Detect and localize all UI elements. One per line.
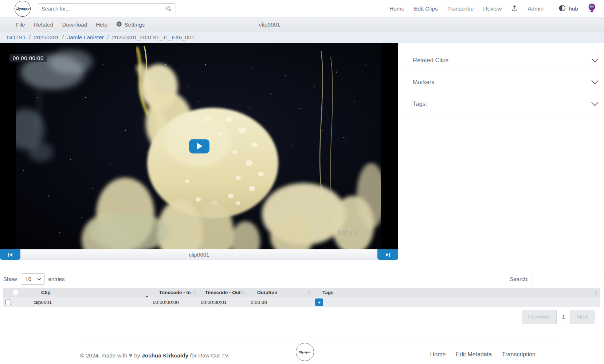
user-avatar[interactable]	[588, 3, 596, 14]
sort-icon	[193, 290, 196, 295]
table-search-input[interactable]	[531, 274, 600, 284]
column-header-timecode-out-label: Timecode - Out	[205, 290, 240, 295]
footer-links: Home Edit Metadata Transcription	[430, 351, 536, 358]
add-tag-button[interactable]: +	[315, 298, 323, 306]
column-header-timecode-in-label: Timecode - In	[159, 290, 191, 295]
breadcrumb-link-person[interactable]: Jamie Lanister	[67, 34, 104, 41]
nav-link-admin[interactable]: Admin	[527, 5, 544, 12]
cell-timecode-in: 00:00:00:00	[151, 297, 199, 307]
table-header-row: Clip Timecode - In Timecode - Out Durati…	[3, 288, 600, 297]
theme-toggle-icon[interactable]	[559, 5, 566, 13]
player-caption: clip0001	[189, 252, 209, 258]
hub-label[interactable]: hub	[569, 5, 578, 12]
breadcrumb-current: 20250201_GOTS1_JL_FX6_001	[112, 34, 195, 41]
clip-title: clip0001	[259, 21, 280, 28]
play-button[interactable]	[189, 139, 209, 153]
search-icon[interactable]	[166, 6, 172, 13]
pagination-group: Previous 1 Next	[522, 310, 595, 324]
video-player[interactable]: fish.us 00:00:00:00	[0, 43, 398, 249]
entries-label: entries	[48, 276, 65, 282]
upload-icon[interactable]	[511, 5, 518, 13]
cell-duration: 0:00:30	[247, 297, 313, 307]
page-number-button[interactable]: 1	[556, 310, 571, 324]
nav-link-edit-clips[interactable]: Edit Clips	[414, 5, 438, 12]
footer-author-link[interactable]: Joshua Kirkcaldy	[142, 352, 188, 359]
page-size-value: 10	[26, 276, 32, 282]
clips-table: Clip Timecode - In Timecode - Out Durati…	[3, 288, 600, 307]
accordion-tags-label: Tags:	[413, 100, 427, 107]
clips-table-section: Show 10 entries Search: Clip Timecode - …	[0, 272, 604, 324]
accordion-markers[interactable]: Markers	[404, 71, 599, 93]
column-header-timecode-in[interactable]: Timecode - In	[151, 288, 199, 297]
main-content: fish.us 00:00:00:00 clip0001 Related Cli…	[0, 43, 604, 260]
top-navbar: Glympse Home Edit Clips Transcribe Revie…	[0, 0, 604, 17]
play-icon	[197, 143, 203, 150]
table-row[interactable]: clip0001 00:00:00:00 00:00:30;01 0:00:30…	[3, 297, 600, 307]
accordion-related-clips[interactable]: Related Clips	[404, 50, 599, 71]
breadcrumb-link-show[interactable]: GOTS1	[7, 34, 26, 41]
gear-icon	[116, 21, 122, 28]
breadcrumb-separator: /	[107, 34, 109, 41]
global-search	[37, 3, 176, 14]
column-header-tags-label: Tags	[322, 290, 334, 295]
cell-timecode-out: 00:00:30;01	[199, 297, 247, 307]
skip-end-icon	[385, 253, 390, 257]
footer-link-edit-metadata[interactable]: Edit Metadata	[456, 351, 492, 358]
nav-link-review[interactable]: Review	[483, 5, 502, 12]
column-header-tags[interactable]: Tags	[313, 288, 600, 297]
show-label: Show	[3, 276, 17, 282]
column-header-clip[interactable]: Clip	[27, 288, 151, 297]
accordion-markers-label: Markers	[413, 79, 435, 86]
column-header-duration-label: Duration	[257, 290, 278, 295]
page-size-select[interactable]: 10	[21, 273, 45, 285]
menu-settings-label: Settings	[124, 21, 145, 28]
right-sidebar: Related Clips Markers Tags:	[404, 43, 604, 115]
column-header-timecode-out[interactable]: Timecode - Out	[199, 288, 247, 297]
chevron-down-icon	[591, 102, 599, 106]
select-all-checkbox[interactable]	[13, 290, 18, 295]
row-checkbox[interactable]	[5, 300, 11, 305]
footer-link-home[interactable]: Home	[430, 351, 446, 358]
breadcrumb-separator: /	[29, 34, 31, 41]
column-header-duration[interactable]: Duration	[247, 288, 313, 297]
breadcrumb-separator: /	[62, 34, 64, 41]
next-page-button[interactable]: Next	[571, 310, 595, 324]
menu-help[interactable]: Help	[96, 21, 107, 28]
breadcrumb: GOTS1 / 20250201 / Jamie Lanister / 2025…	[0, 32, 604, 43]
clip-menubar: File Related Download Help Settings clip…	[0, 17, 604, 32]
copyright-text: © 2024, made with	[80, 352, 127, 359]
menu-file[interactable]: File	[16, 21, 25, 28]
glympse-logo-text: Glympse	[16, 7, 30, 11]
chevron-down-icon	[591, 58, 599, 62]
search-input[interactable]	[37, 3, 176, 14]
player-caption-bar: clip0001	[0, 249, 398, 260]
footer: © 2024, made with ♥ by Joshua Kirkcaldy …	[0, 340, 604, 364]
previous-clip-button[interactable]	[0, 249, 20, 260]
previous-page-button[interactable]: Previous	[522, 310, 556, 324]
menu-related[interactable]: Related	[34, 21, 53, 28]
footer-link-transcription[interactable]: Transcription	[502, 351, 536, 358]
nav-link-transcribe[interactable]: Transcribe	[447, 5, 474, 12]
menu-settings[interactable]: Settings	[116, 21, 145, 28]
sort-icon	[595, 290, 598, 295]
video-watermark: fish.us	[337, 229, 358, 237]
navbar-links: Home Edit Clips Transcribe Review Admin …	[389, 3, 596, 14]
glympse-logo[interactable]: Glympse	[15, 1, 31, 17]
breadcrumb-link-date[interactable]: 20250201	[34, 34, 59, 41]
sort-ascending-icon	[145, 290, 148, 295]
next-clip-button[interactable]	[377, 249, 398, 260]
sort-icon	[308, 290, 311, 295]
nav-link-home[interactable]: Home	[389, 5, 404, 12]
column-header-clip-label: Clip	[41, 290, 51, 295]
page-size-control: Show 10 entries	[3, 273, 65, 285]
footer-copyright: © 2024, made with ♥ by Joshua Kirkcaldy …	[80, 352, 230, 359]
accordion-related-clips-label: Related Clips	[413, 57, 448, 64]
footer-glympse-logo[interactable]: Glympse	[296, 343, 314, 361]
chevron-down-icon	[591, 80, 599, 84]
menu-download[interactable]: Download	[62, 21, 87, 28]
footer-glympse-logo-text: Glympse	[299, 351, 311, 354]
footer-company: Raw Cut TV.	[198, 352, 230, 359]
skip-start-icon	[8, 253, 13, 257]
chevron-down-icon	[37, 278, 41, 280]
accordion-tags[interactable]: Tags:	[404, 93, 599, 115]
